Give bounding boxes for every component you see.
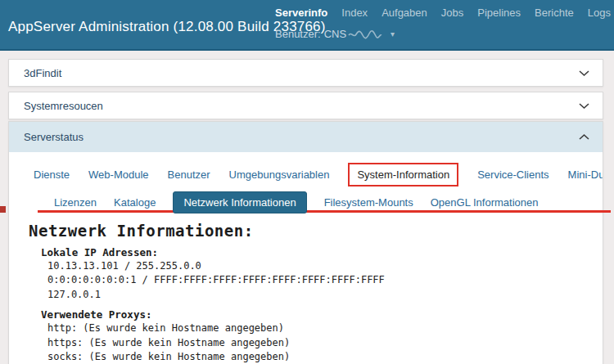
app-header: AppServer Administration (12.08.00 Build… xyxy=(0,0,614,51)
accordion-serverstatus-header[interactable]: Serverstatus xyxy=(9,122,603,152)
section-proxies: Verwendete Proxys: http: (Es wurde kein … xyxy=(9,308,603,364)
nav-item-pipelines[interactable]: Pipelines xyxy=(477,7,521,19)
section-local-ip: Lokale IP Adressen: 10.13.13.101 / 255.2… xyxy=(9,245,603,302)
nav-item-berichte[interactable]: Berichte xyxy=(535,7,574,19)
serverstatus-panel: Dienste Web-Module Benutzer Umgebungsvar… xyxy=(9,152,603,364)
chevron-down-icon xyxy=(579,70,589,77)
ip-line: 0:0:0:0:0:0:0:1 / FFFF:FFFF:FFFF:FFFF:FF… xyxy=(9,273,603,287)
nav-item-index[interactable]: Index xyxy=(341,7,368,19)
subtab-kataloge[interactable]: Kataloge xyxy=(114,196,156,209)
nav-item-jobs[interactable]: Jobs xyxy=(441,7,463,19)
accordion-3dfindit-header[interactable]: 3dFindit xyxy=(9,60,603,86)
subtab-netzwerk-informationen[interactable]: Netzwerk Informationen xyxy=(173,191,306,213)
tab-dienste[interactable]: Dienste xyxy=(34,164,70,185)
section-title: Verwendete Proxys: xyxy=(9,308,603,321)
tab-service-clients[interactable]: Service-Clients xyxy=(477,164,549,185)
tab-umgebungsvariablen[interactable]: Umgebungsvariablen xyxy=(229,164,330,185)
annotation-underline xyxy=(38,210,611,213)
nav-item-logs[interactable]: Logs xyxy=(588,7,611,19)
ip-line: 10.13.13.101 / 255.255.0.0 xyxy=(9,259,603,273)
chevron-down-icon xyxy=(579,102,589,110)
redacted-username xyxy=(348,29,382,40)
proxy-line: https: (Es wurde kein Hostname angegeben… xyxy=(9,336,603,350)
proxy-line: http: (Es wurde kein Hostname angegeben) xyxy=(9,321,603,335)
annotation-mark xyxy=(0,206,6,213)
tab-system-information[interactable]: System-Information xyxy=(348,163,458,186)
ip-line: 127.0.0.1 xyxy=(9,288,603,302)
page-title: Netzwerk Informationen: xyxy=(9,222,603,240)
subtab-filesystem-mounts[interactable]: Filesystem-Mounts xyxy=(324,196,413,209)
accordion-systemresoucen-label: Systemresoucen xyxy=(24,100,103,112)
user-menu[interactable]: Benutzer: CNS ▾ xyxy=(275,28,395,40)
accordion-systemresoucen: Systemresoucen xyxy=(8,92,603,119)
subtab-opengl-informationen[interactable]: OpenGL Informationen xyxy=(431,196,539,209)
accordion-serverstatus-label: Serverstatus xyxy=(24,131,84,143)
user-caret-icon: ▾ xyxy=(391,29,395,38)
accordion-systemresoucen-header[interactable]: Systemresoucen xyxy=(9,92,603,119)
nav-item-serverinfo[interactable]: Serverinfo xyxy=(275,7,327,19)
tab-web-module[interactable]: Web-Module xyxy=(88,164,148,185)
subtab-lizenzen[interactable]: Lizenzen xyxy=(54,196,97,209)
user-label: Benutzer: xyxy=(275,28,321,40)
top-nav: Serverinfo Index Aufgaben Jobs Pipelines… xyxy=(275,7,609,19)
nav-item-aufgaben[interactable]: Aufgaben xyxy=(381,7,427,19)
tab-mini-dumps[interactable]: Mini-Dumps xyxy=(568,164,603,185)
network-info-content: Netzwerk Informationen: Lokale IP Adress… xyxy=(9,222,603,364)
accordion-3dfindit: 3dFindit xyxy=(8,59,603,87)
proxy-line: socks: (Es wurde kein Hostname angegeben… xyxy=(9,350,603,364)
section-title: Lokale IP Adressen: xyxy=(9,245,603,259)
accordion-3dfindit-label: 3dFindit xyxy=(24,67,61,79)
accordion-serverstatus: Serverstatus Dienste Web-Module Benutzer… xyxy=(8,121,603,364)
serverstatus-tabs: Dienste Web-Module Benutzer Umgebungsvar… xyxy=(34,160,603,188)
chevron-up-icon xyxy=(579,133,589,141)
tab-benutzer[interactable]: Benutzer xyxy=(168,164,210,185)
user-name: CNS xyxy=(324,28,346,40)
